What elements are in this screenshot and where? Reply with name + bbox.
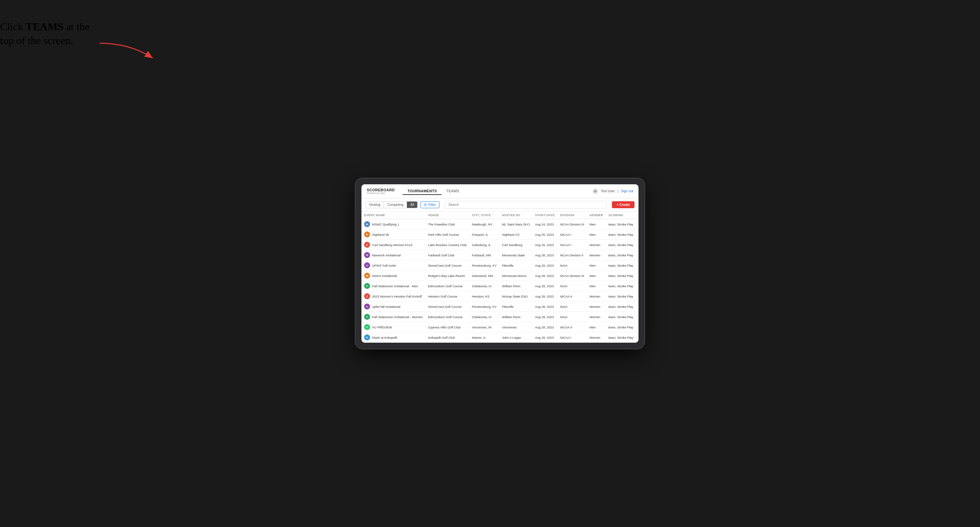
cell-city-state: Marion, IL	[469, 332, 499, 343]
table-row: C Carl Sandburg Women FA23 Lake Bracken …	[361, 240, 638, 250]
cell-gender: Men	[587, 322, 606, 332]
cell-event-name: M Maverick Invitational	[361, 250, 425, 260]
cell-city-state: Faribault, MN	[469, 250, 499, 260]
cell-venue: The Powelton Club	[425, 219, 469, 229]
tab-tournaments[interactable]: TOURNAMENTS	[402, 187, 442, 195]
create-button[interactable]: + Create	[612, 201, 635, 208]
table-row: H Highland 36 Park Hills Golf Course Fre…	[361, 229, 638, 240]
search-input[interactable]	[445, 201, 607, 208]
cell-hosted-by: Pikeville	[499, 260, 532, 271]
tournaments-table: EVENT NAME VENUE CITY, STATE HOSTED BY S…	[361, 211, 638, 343]
cell-actions: ✏ Edit	[636, 229, 638, 240]
cell-start-date: Aug 24, 2023	[532, 219, 557, 229]
event-name-text: Highland 36	[372, 233, 389, 237]
cell-gender: Women	[587, 291, 606, 302]
cell-hosted-by: Minnesota State	[499, 250, 532, 260]
cell-start-date: Aug 28, 2023	[532, 281, 557, 291]
tablet-frame: SCOREBOARD Powered by Clipd TOURNAMENTS …	[355, 178, 644, 349]
cell-event-name: F Fall Statesmen Invitational - Women	[361, 312, 425, 322]
cell-venue: Edmundson Golf Course	[425, 312, 469, 322]
cell-venue: Faribault Golf Club	[425, 250, 469, 260]
cell-start-date: Aug 28, 2023	[532, 250, 557, 260]
event-name-text: Maverick Invitational	[372, 253, 401, 257]
cell-gender: Women	[587, 250, 606, 260]
team-logo: M	[364, 221, 370, 227]
cell-actions: ✏ Edit	[636, 322, 638, 332]
cell-scoring: team, Stroke Play	[606, 260, 636, 271]
cell-actions: ✏ Edit	[636, 312, 638, 322]
col-event-name: EVENT NAME	[361, 211, 425, 219]
separator: |	[617, 189, 619, 193]
event-name-text: UPIKE Fall Invite	[372, 264, 396, 267]
cell-hosted-by: Vincennes	[499, 322, 532, 332]
table-row: U upike fall invitational StoneCrest Gol…	[361, 302, 638, 312]
cell-hosted-by: William Penn	[499, 312, 532, 322]
team-logo: K	[364, 334, 370, 340]
table-row: U UPIKE Fall Invite StoneCrest Golf Cour…	[361, 260, 638, 271]
table-row: 2 2023 Women's Hesston Fall Kickoff Hess…	[361, 291, 638, 302]
cell-event-name: M Morris Invitational	[361, 271, 425, 281]
cell-gender: Women	[587, 332, 606, 343]
col-gender: GENDER	[587, 211, 606, 219]
competing-button[interactable]: Competing	[384, 202, 407, 208]
cell-venue: Hesston Golf Course	[425, 291, 469, 302]
cell-venue: StoneCrest Golf Course	[425, 260, 469, 271]
logo-sub: Powered by Clipd	[367, 192, 395, 194]
cell-actions: ✏ Edit	[636, 291, 638, 302]
annotation-arrow	[96, 40, 163, 67]
event-name-text: upike fall invitational	[372, 305, 400, 308]
cell-city-state: Prestonsburg, KY	[469, 260, 499, 271]
cell-city-state: Deerwood, MN	[469, 271, 499, 281]
cell-division: NAIA	[557, 281, 587, 291]
cell-venue: Edmundson Golf Course	[425, 281, 469, 291]
cell-hosted-by: William Penn	[499, 281, 532, 291]
cell-event-name: 2 2023 Women's Hesston Fall Kickoff	[361, 291, 425, 302]
cell-start-date: Aug 28, 2023	[532, 332, 557, 343]
sign-out-link[interactable]: Sign out	[621, 189, 633, 193]
cell-division: NAIA	[557, 260, 587, 271]
tab-teams[interactable]: TEAMS	[442, 187, 464, 195]
cell-event-name: V VU PREVIEW	[361, 322, 425, 332]
cell-venue: Ruttger's Bay Lake Resort	[425, 271, 469, 281]
cell-division: NAIA	[557, 312, 587, 322]
cell-gender: Men	[587, 260, 606, 271]
cell-division: NICAA II	[557, 291, 587, 302]
cell-city-state: Oskaloosa, IA	[469, 312, 499, 322]
cell-division: NAIA	[557, 302, 587, 312]
col-venue: VENUE	[425, 211, 469, 219]
event-name-text: 2023 Women's Hesston Fall Kickoff	[372, 295, 422, 298]
cell-start-date: Aug 28, 2023	[532, 271, 557, 281]
cell-actions: ✏ Edit	[636, 240, 638, 250]
cell-scoring: team, Stroke Play	[606, 291, 636, 302]
cell-city-state: Freeport, IL	[469, 229, 499, 240]
cell-event-name: F Fall Statesmen Invitational - Men	[361, 281, 425, 291]
table-row: M Morris Invitational Ruttger's Bay Lake…	[361, 271, 638, 281]
cell-hosted-by: Mt. Saint Mary (NY)	[499, 219, 532, 229]
cell-scoring: team, Stroke Play	[606, 229, 636, 240]
cell-start-date: Aug 28, 2023	[532, 291, 557, 302]
cell-division: NCAA Division III	[557, 271, 587, 281]
filter-button[interactable]: ☰ Filter	[420, 201, 439, 208]
cell-hosted-by: John A Logan	[499, 332, 532, 343]
team-logo: V	[364, 324, 370, 330]
hosting-button[interactable]: Hosting	[366, 202, 384, 208]
cell-venue: Lake Bracken Country Club	[425, 240, 469, 250]
cell-start-date: Aug 25, 2023	[532, 229, 557, 240]
cell-actions: ✏ Edit	[636, 260, 638, 271]
cell-scoring: team, Stroke Play	[606, 281, 636, 291]
cell-city-state: Galesburg, IL	[469, 240, 499, 250]
col-city-state: CITY, STATE	[469, 211, 499, 219]
cell-city-state: Prestonsburg, KY	[469, 302, 499, 312]
col-scoring: SCORING	[606, 211, 636, 219]
table-row: V VU PREVIEW Cypress Hills Golf Club Vin…	[361, 322, 638, 332]
table-row: M MSMC Qualifying 1 The Powelton Club Ne…	[361, 219, 638, 229]
cell-start-date: Aug 28, 2023	[532, 302, 557, 312]
table-header-row: EVENT NAME VENUE CITY, STATE HOSTED BY S…	[361, 211, 638, 219]
cell-event-name: C Carl Sandburg Women FA23	[361, 240, 425, 250]
cell-hosted-by: Carl Sandburg	[499, 240, 532, 250]
gear-icon[interactable]: ⚙	[593, 189, 598, 194]
table-container: EVENT NAME VENUE CITY, STATE HOSTED BY S…	[361, 211, 638, 343]
all-button[interactable]: All	[407, 202, 417, 208]
logo-area: SCOREBOARD Powered by Clipd	[367, 188, 395, 194]
cell-actions: ✏ Edit	[636, 332, 638, 343]
